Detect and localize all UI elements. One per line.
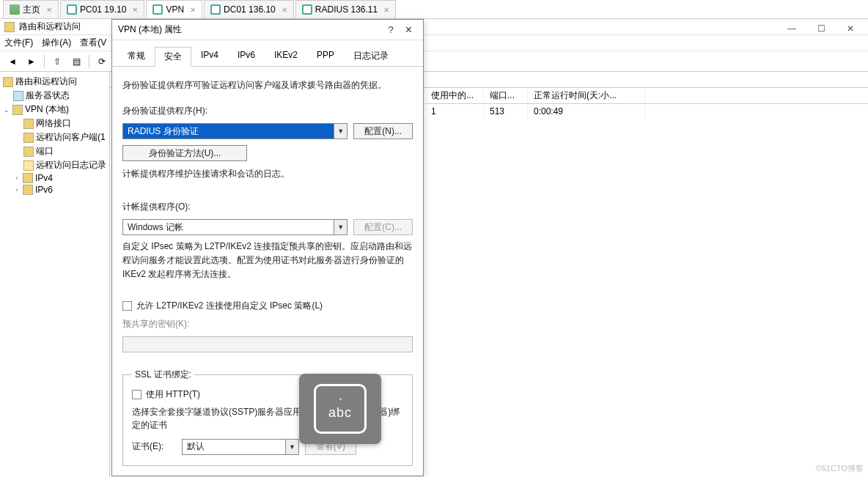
show-hide-button[interactable]: ▤ xyxy=(68,53,84,70)
nic-icon xyxy=(23,119,34,129)
col-port[interactable]: 端口... xyxy=(484,88,528,103)
up-button[interactable]: ⇧ xyxy=(49,53,65,70)
help-button[interactable]: ? xyxy=(382,24,400,35)
col-uptime[interactable]: 正常运行时间(天:小... xyxy=(528,88,645,103)
tab-pc01[interactable]: PC01 19.10 ✕ xyxy=(60,0,144,18)
mmc-title: 路由和远程访问 xyxy=(19,21,81,33)
auth-provider-select[interactable]: RADIUS 身份验证 ▼ xyxy=(122,123,347,139)
tab-label: RADIUS 136.11 xyxy=(315,4,378,15)
chevron-down-icon[interactable]: ▼ xyxy=(334,220,347,234)
menu-action[interactable]: 操作(A) xyxy=(42,37,71,49)
close-button[interactable]: ✕ xyxy=(836,21,865,37)
cell-uptime: 0:00:49 xyxy=(528,105,645,118)
close-icon[interactable]: ✕ xyxy=(282,6,287,14)
tree-ipv6[interactable]: › IPv6 xyxy=(1,184,108,196)
tab-ipv6[interactable]: IPv6 xyxy=(228,46,265,66)
tree-label: 服务器状态 xyxy=(26,89,70,102)
tree-server-status[interactable]: 服务器状态 xyxy=(1,89,108,103)
tree-label: 路由和远程访问 xyxy=(15,75,77,88)
allow-custom-ipsec-checkbox[interactable] xyxy=(122,301,132,311)
tab-security[interactable]: 安全 xyxy=(155,47,191,67)
select-value: Windows 记帐 xyxy=(123,221,334,234)
dialog-tabs: 常规 安全 IPv4 IPv6 IKEv2 PPP 日志记录 xyxy=(112,40,423,67)
ime-indicator: ˄ abc xyxy=(299,374,381,444)
dialog-titlebar[interactable]: VPN (本地) 属性 ? ✕ xyxy=(112,20,423,40)
tab-vpn[interactable]: VPN ✕ xyxy=(146,0,202,18)
forward-button[interactable]: ► xyxy=(23,53,40,70)
expand-icon[interactable]: › xyxy=(13,174,21,182)
auth-provider-label: 身份验证提供程序(H): xyxy=(122,105,413,117)
ipsec-note: 自定义 IPsec 策略为 L2TP/IKEv2 连接指定预共享的密钥。应启动路… xyxy=(122,240,413,282)
use-http-checkbox[interactable] xyxy=(132,390,141,399)
close-icon[interactable]: ✕ xyxy=(46,6,52,14)
select-value: 默认 xyxy=(183,440,285,453)
tree-vpn-local[interactable]: ⌄ VPN (本地) xyxy=(1,103,108,117)
tree-root[interactable]: 路由和远程访问 xyxy=(1,75,108,89)
tree-pane: 路由和远程访问 服务器状态 ⌄ VPN (本地) 网络接口 远程访问客户端(1 … xyxy=(0,72,110,477)
caret-up-icon: ˄ xyxy=(339,397,342,405)
close-icon[interactable]: ✕ xyxy=(383,6,389,14)
pc-icon xyxy=(152,4,163,15)
separator xyxy=(44,55,45,68)
close-button[interactable]: ✕ xyxy=(400,24,417,35)
psk-input xyxy=(122,336,413,352)
tree-ras-clients[interactable]: 远程访问客户端(1 xyxy=(1,130,108,144)
tab-logging[interactable]: 日志记录 xyxy=(344,46,398,66)
tab-home[interactable]: 主页 ✕ xyxy=(3,0,59,18)
close-icon[interactable]: ✕ xyxy=(190,6,196,14)
ipv4-icon xyxy=(23,173,33,183)
tab-label: VPN xyxy=(166,4,184,15)
status-icon xyxy=(13,91,23,101)
pc-icon xyxy=(67,4,77,15)
tree-ipv4[interactable]: › IPv4 xyxy=(1,172,108,184)
pc-icon xyxy=(302,4,312,15)
tree-network-interfaces[interactable]: 网络接口 xyxy=(1,117,108,130)
tab-label: DC01 136.10 xyxy=(224,4,276,15)
list-header: 使用中的... 端口... 正常运行时间(天:小... xyxy=(425,88,868,104)
tab-ipv4[interactable]: IPv4 xyxy=(191,46,228,66)
rras-icon xyxy=(4,22,15,32)
tree-label: VPN (本地) xyxy=(25,103,69,116)
home-icon xyxy=(10,4,20,15)
clients-icon xyxy=(23,133,34,143)
top-tab-bar: 主页 ✕ PC01 19.10 ✕ VPN ✕ DC01 136.10 ✕ RA… xyxy=(0,0,868,19)
folder-icon xyxy=(23,160,34,171)
chevron-down-icon[interactable]: ▼ xyxy=(334,124,347,138)
window-controls: — ☐ ✕ xyxy=(777,21,865,37)
tree-ports[interactable]: 端口 xyxy=(1,144,108,158)
acct-provider-select[interactable]: Windows 记帐 ▼ xyxy=(122,219,347,235)
tree-label: IPv4 xyxy=(35,173,53,183)
collapse-icon[interactable]: ⌄ xyxy=(3,106,10,114)
menu-file[interactable]: 文件(F) xyxy=(4,37,33,49)
tab-general[interactable]: 常规 xyxy=(118,46,155,66)
select-value: RADIUS 身份验证 xyxy=(123,125,334,138)
allow-custom-ipsec-label: 允许 L2TP/IKEv2 连接使用自定义 IPsec 策略(L) xyxy=(136,300,323,312)
tab-label: PC01 19.10 xyxy=(80,4,126,15)
cert-select[interactable]: 默认 ▼ xyxy=(182,439,299,455)
minimize-button[interactable]: — xyxy=(777,21,806,37)
menu-view[interactable]: 查看(V xyxy=(80,37,106,49)
expand-icon[interactable]: › xyxy=(13,186,21,193)
ime-mode: abc xyxy=(328,405,352,421)
tab-dc01[interactable]: DC01 136.10 ✕ xyxy=(204,0,294,18)
maximize-button[interactable]: ☐ xyxy=(806,21,836,37)
tree-label: 网络接口 xyxy=(36,117,71,130)
tree-ras-logging[interactable]: 远程访问日志记录 xyxy=(1,158,108,172)
auth-methods-button[interactable]: 身份验证方法(U)... xyxy=(122,145,247,161)
back-button[interactable]: ◄ xyxy=(4,53,21,70)
col-inuse[interactable]: 使用中的... xyxy=(425,88,484,103)
tab-label: 主页 xyxy=(23,4,40,16)
ports-icon xyxy=(23,147,34,157)
close-icon[interactable]: ✕ xyxy=(132,6,138,14)
watermark: ©51CTO博客 xyxy=(816,463,864,474)
intro-text: 身份验证提供程序可验证远程访问客户端及请求拨号路由器的凭据。 xyxy=(122,78,413,92)
list-row[interactable]: 1 513 0:00:49 xyxy=(425,104,868,119)
ssl-group-legend: SSL 证书绑定: xyxy=(132,369,194,381)
ime-inner: ˄ abc xyxy=(314,384,367,434)
chevron-down-icon[interactable]: ▼ xyxy=(285,440,298,454)
tab-radius[interactable]: RADIUS 136.11 ✕ xyxy=(295,0,396,18)
tab-ikev2[interactable]: IKEv2 xyxy=(265,46,307,66)
configure-auth-button[interactable]: 配置(N)... xyxy=(353,123,413,139)
refresh-button[interactable]: ⟳ xyxy=(94,53,110,70)
tab-ppp[interactable]: PPP xyxy=(307,46,344,66)
